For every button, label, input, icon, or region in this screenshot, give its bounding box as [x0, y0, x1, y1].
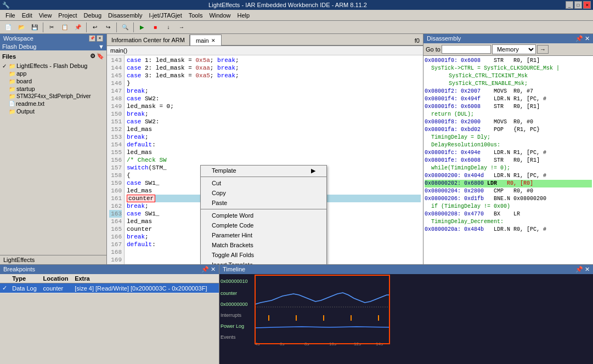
ctx-sep-2 — [201, 209, 326, 209]
counter-waveform — [255, 293, 389, 304]
tree-item-stm32[interactable]: 📁 STM32F4xx_StdPeriph_Driver — [8, 93, 105, 100]
menu-debug[interactable]: Debug — [81, 11, 105, 20]
info-center-tab[interactable]: Information Center for ARM — [107, 35, 190, 46]
ctx-copy[interactable]: Copy — [201, 188, 326, 198]
workspace-header-buttons[interactable]: 📌 ✕ — [89, 35, 103, 42]
track-label-events: Events — [221, 334, 236, 340]
main-tab[interactable]: main ✕ — [190, 35, 222, 46]
disasm-line-4: 0x08001f6: 0x6008 STR R0, [R1] — [425, 103, 592, 111]
ctx-toggle-folds[interactable]: Toggle All Folds — [201, 250, 326, 260]
disassembly-header-controls[interactable]: 📌 ✕ — [575, 35, 590, 42]
tree-item-startup[interactable]: 📁 startup — [8, 85, 105, 93]
disasm-line-11: 0x08000204: 0x2800 CMP R0, #0 — [425, 187, 592, 195]
files-icons[interactable]: ⚙ 🔖 — [90, 53, 104, 60]
disasm-timing-delay: TimingDelay = Dly; — [425, 134, 592, 141]
ctx-complete-word[interactable]: Complete Word — [201, 211, 326, 220]
ctx-match-brackets[interactable]: Match Brackets — [201, 240, 326, 250]
toolbar-sep-4 — [133, 22, 134, 32]
disasm-line-7: 0x08001fc: 0x494e LDR.N R1, [PC, # — [425, 149, 592, 157]
workspace-panel: Workspace 📌 ✕ Flash Debug ▼ Files ⚙ 🔖 ✓ … — [0, 34, 107, 264]
goto-input[interactable] — [442, 45, 491, 54]
workspace-label: Workspace — [3, 35, 33, 42]
scroll-right-indicator[interactable]: f0 — [411, 36, 423, 46]
debug-run[interactable]: ▶ — [136, 22, 148, 33]
startup-label: startup — [16, 86, 35, 92]
disasm-line-systick2: SysTick_CTRL_TICKINT_Msk — [425, 72, 592, 80]
memory-select[interactable]: Memory — [492, 44, 536, 54]
timeline-controls[interactable]: 📌 ✕ — [575, 266, 590, 273]
ctx-paste[interactable]: Paste — [201, 198, 326, 208]
disasm-line-systick3: SysTick_CTRL_ENABLE_Msk; — [425, 80, 592, 88]
debug-stop[interactable]: ■ — [149, 22, 161, 33]
menu-tools[interactable]: Tools — [185, 11, 206, 20]
tree-item-project[interactable]: ✓ 📁 LightEffects - Flash Debug — [1, 62, 105, 70]
redo-button[interactable]: ↪ — [102, 22, 114, 33]
disasm-line-2: 0x08001f2: 0x2007 MOVS R0, #7 — [425, 88, 592, 95]
breakpoints-header: Breakpoints 📌 ✕ — [0, 265, 219, 274]
disasm-while: while(TimingDelay != 0); — [425, 164, 592, 172]
disassembly-panel: Disassembly 📌 ✕ Go to Memory → 0x08001f0… — [423, 34, 593, 264]
ctx-param-hint[interactable]: Parameter Hint — [201, 230, 326, 240]
workspace-close[interactable]: ✕ — [97, 35, 103, 42]
new-button[interactable]: 📄 — [2, 22, 14, 33]
board-folder-icon: 📁 — [9, 78, 15, 84]
menu-help[interactable]: Help — [234, 11, 253, 20]
line-numbers: 143144145146147 148149150151152 15315415… — [107, 55, 125, 264]
ctx-template[interactable]: Template — [201, 166, 326, 175]
paste-button[interactable]: 📌 — [72, 22, 84, 33]
copy-button[interactable]: 📋 — [59, 22, 71, 33]
open-button[interactable]: 📂 — [15, 22, 27, 33]
maximize-button[interactable]: □ — [574, 1, 582, 9]
tree-item-app[interactable]: 📁 app — [8, 70, 105, 77]
disasm-line-8: 0x08001fe: 0x6008 STR R0, [R1] — [425, 157, 592, 164]
bp-check-1[interactable]: ✓ — [0, 283, 10, 293]
window-controls[interactable]: _ □ ✕ — [566, 1, 591, 9]
files-config-icon[interactable]: ⚙ — [90, 53, 95, 60]
menu-edit[interactable]: Edit — [19, 11, 36, 20]
disasm-close-icon[interactable]: ✕ — [585, 35, 590, 42]
ctx-complete-code[interactable]: Complete Code — [201, 220, 326, 230]
breakpoints-controls[interactable]: 📌 ✕ — [201, 266, 216, 273]
debug-step[interactable]: ↓ — [162, 22, 174, 33]
timeline-close-icon[interactable]: ✕ — [585, 266, 590, 272]
disassembly-content[interactable]: 0x08001f0: 0x6008 STR R0, [R1] SysTick->… — [423, 56, 593, 264]
cut-button[interactable]: ✂ — [46, 22, 58, 33]
close-button[interactable]: ✕ — [583, 1, 591, 9]
menu-window[interactable]: Window — [206, 11, 234, 20]
tab-close-button[interactable]: ✕ — [211, 38, 216, 43]
bp-row-1[interactable]: ✓ Data Log counter [size 4] [Read/Write]… — [0, 283, 219, 293]
undo-button[interactable]: ↩ — [89, 22, 101, 33]
menu-ijet[interactable]: I-jet/JTAGjet — [145, 11, 185, 20]
workspace-pin[interactable]: 📌 — [89, 35, 95, 42]
code-area[interactable]: 143144145146147 148149150151152 15315415… — [107, 55, 423, 264]
menu-bar: File Edit View Project Debug Disassembly… — [0, 10, 593, 21]
disasm-line-3: 0x08001f4: 0x494f LDR.N R1, [PC, # — [425, 95, 592, 103]
minimize-button[interactable]: _ — [566, 1, 573, 9]
ctx-insert-template[interactable]: Insert Template — [201, 260, 326, 264]
save-button[interactable]: 💾 — [29, 22, 41, 33]
project-label: LightEffects - Flash Debug — [16, 62, 87, 69]
goto-button[interactable]: → — [537, 45, 549, 54]
timeline-header: Timeline 📌 ✕ — [219, 265, 593, 274]
menu-disassembly[interactable]: Disassembly — [105, 11, 145, 20]
tree-item-board[interactable]: 📁 board — [8, 77, 105, 85]
ctx-cut[interactable]: Cut — [201, 178, 326, 188]
timeline-pin-icon[interactable]: 📌 — [575, 266, 583, 272]
bp-close-icon[interactable]: ✕ — [211, 266, 216, 272]
timeline-chart: 0x00000010 counter 0x00000000 Interrupts… — [219, 274, 593, 364]
disasm-pin-icon[interactable]: 📌 — [575, 35, 583, 42]
tree-item-readme[interactable]: 📄 readme.txt — [8, 100, 105, 107]
menu-project[interactable]: Project — [55, 11, 80, 20]
menu-file[interactable]: File — [2, 11, 19, 20]
menu-view[interactable]: View — [36, 11, 55, 20]
debug-next[interactable]: → — [176, 22, 188, 33]
toolbar-sep-3 — [116, 22, 117, 32]
find-button[interactable]: 🔍 — [119, 22, 131, 33]
bp-pin-icon[interactable]: 📌 — [201, 266, 209, 272]
context-menu: Template Cut Copy Paste Complete Word Co… — [200, 165, 327, 264]
title-bar: 🔧 LightEffects - IAR Embedded Workbench … — [0, 0, 593, 10]
workspace-bottom-label: LightEffects — [0, 255, 106, 264]
tree-item-output[interactable]: 📁 Output — [8, 107, 105, 115]
toolbar-sep-2 — [86, 22, 87, 32]
files-bookmark-icon[interactable]: 🔖 — [97, 53, 104, 60]
